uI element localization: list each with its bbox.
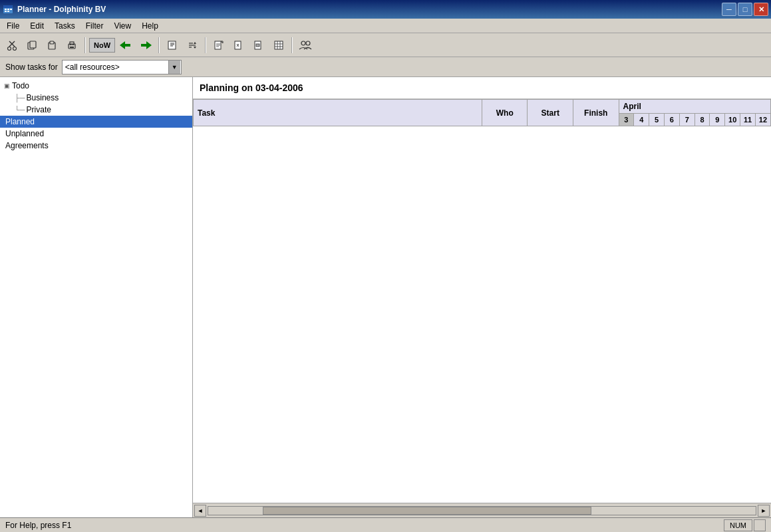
svg-rect-5 [5,11,7,12]
title-bar-buttons: ─ □ ✕ [722,3,768,16]
svg-rect-3 [7,9,9,10]
svg-marker-20 [120,41,125,49]
day-9: 9 [710,114,725,126]
people-button[interactable] [296,37,315,54]
title-bar-left: Planner - Dolphinity BV [3,4,106,15]
menu-file[interactable]: File [1,20,25,32]
menu-tasks[interactable]: Tasks [49,20,80,32]
menu-help[interactable]: Help [136,20,164,32]
export4-button[interactable] [269,37,288,54]
day-4: 4 [634,114,649,126]
title-text: Planner - Dolphinity BV [17,5,106,14]
horizontal-scrollbar[interactable]: ◄ ► [193,503,771,517]
menu-bar: File Edit Tasks Filter View Help [0,19,771,33]
resource-select-wrapper: <all resources> ▼ [62,60,182,74]
export2-button[interactable] [230,37,248,54]
scroll-track[interactable] [208,506,756,515]
sidebar-item-unplanned[interactable]: Unplanned [0,128,192,140]
day-8: 8 [694,114,710,126]
gantt-empty-area [193,126,771,392]
paste-button[interactable] [43,37,61,54]
day-6: 6 [665,114,680,126]
now-button[interactable]: NoW [89,38,115,53]
svg-point-48 [301,41,305,45]
svg-rect-17 [70,47,74,48]
svg-marker-32 [194,47,196,49]
extra-panel [754,519,766,531]
business-label: Business [27,93,59,102]
svg-point-49 [306,41,310,45]
status-bar: For Help, press F1 NUM [0,517,771,532]
svg-rect-1 [3,5,13,8]
svg-rect-24 [168,41,176,49]
separator-4 [291,37,293,53]
svg-marker-31 [194,42,196,44]
private-label: Private [27,105,51,114]
svg-rect-2 [5,9,7,10]
unplanned-label: Unplanned [5,129,44,138]
back-button[interactable] [116,37,135,54]
sidebar-item-private[interactable]: └─ Private [0,104,192,116]
who-header: Who [482,100,528,126]
finish-header: Finish [573,100,619,126]
scroll-thumb[interactable] [263,507,591,515]
sidebar: ▣ Todo ├─ Business └─ Private Planned Un… [0,77,193,517]
forward-button[interactable] [136,37,155,54]
close-button[interactable]: ✕ [754,3,768,16]
copy-button[interactable] [23,37,41,54]
filter-label: Show tasks for [5,63,58,72]
april-header: April [619,100,770,114]
svg-marker-22 [146,41,152,49]
day-5: 5 [649,114,665,126]
export3-button[interactable] [249,37,268,54]
tree-connector-business: ├─ [15,94,25,102]
maximize-button[interactable]: □ [738,3,752,16]
svg-point-10 [13,47,17,50]
svg-rect-16 [70,42,74,45]
menu-filter[interactable]: Filter [80,20,109,32]
app-icon [3,4,13,15]
sidebar-item-business[interactable]: ├─ Business [0,92,192,104]
day-7: 7 [679,114,694,126]
separator-2 [158,37,160,53]
planned-label: Planned [5,117,35,126]
menu-view[interactable]: View [108,20,136,32]
svg-rect-6 [7,11,9,12]
new-task-button[interactable] [163,37,182,54]
main-content: ▣ Todo ├─ Business └─ Private Planned Un… [0,77,771,517]
cut-button[interactable] [3,37,21,54]
day-10: 10 [725,114,740,126]
start-header: Start [528,100,573,126]
planning-title: Planning on 03-04-2006 [193,77,771,99]
toolbar: NoW [0,33,771,57]
status-right: NUM [724,519,766,531]
svg-rect-21 [125,44,130,47]
svg-rect-43 [275,41,283,49]
print-button[interactable] [63,37,81,54]
agreements-label: Agreements [5,141,49,150]
sidebar-item-planned[interactable]: Planned [0,116,192,128]
scroll-left-button[interactable]: ◄ [194,505,206,517]
task-header: Task [194,100,482,126]
gantt-header-table: Task Who Start Finish April [193,99,771,126]
title-bar: Planner - Dolphinity BV ─ □ ✕ [0,0,771,19]
svg-rect-14 [50,41,54,44]
scroll-right-button[interactable]: ► [758,505,770,517]
sidebar-item-todo[interactable]: ▣ Todo [0,80,192,92]
svg-rect-23 [141,44,146,47]
minimize-button[interactable]: ─ [722,3,736,16]
sidebar-item-agreements[interactable]: Agreements [0,140,192,152]
planning-area: Planning on 03-04-2006 [193,77,771,517]
svg-rect-19 [73,45,74,45]
status-text: For Help, press F1 [5,521,71,530]
todo-label: Todo [12,81,29,90]
num-panel: NUM [724,519,752,531]
day-3: 3 [619,114,634,126]
menu-edit[interactable]: Edit [25,20,49,32]
export1-button[interactable] [210,37,228,54]
todo-toggle[interactable]: ▣ [3,82,11,90]
sort-button[interactable] [183,37,202,54]
resource-select[interactable]: <all resources> [62,60,182,74]
svg-rect-12 [30,41,36,48]
gantt-container[interactable]: Task Who Start Finish April [193,99,771,503]
